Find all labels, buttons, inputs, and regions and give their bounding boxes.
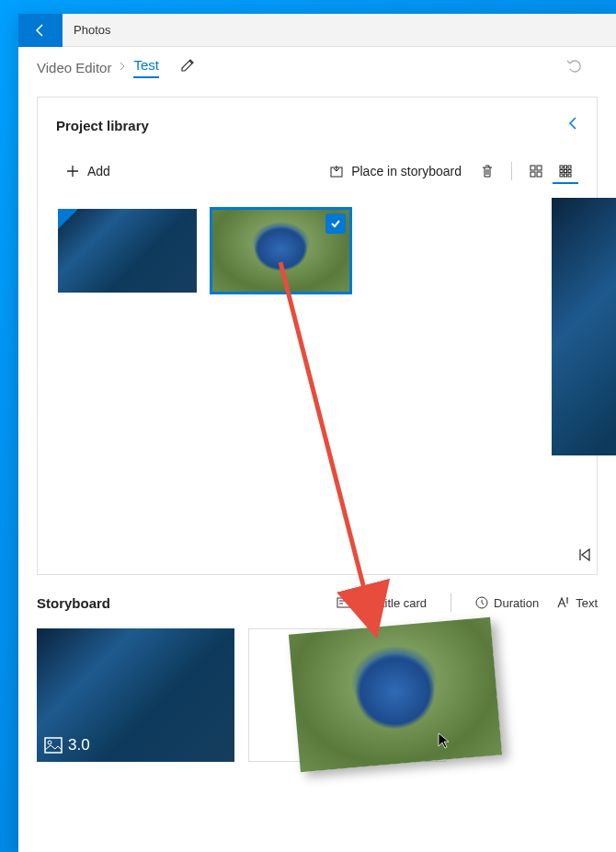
svg-rect-12 [565, 174, 567, 177]
library-header: Project library [56, 116, 578, 135]
skip-previous-icon [576, 547, 593, 562]
duration-label: Duration [494, 596, 539, 610]
library-item-bird[interactable] [210, 207, 352, 294]
library-toolbar: Add Place in storyboard [56, 158, 578, 184]
back-button[interactable] [18, 14, 63, 47]
svg-rect-1 [530, 166, 535, 170]
clock-icon [475, 596, 488, 609]
trash-icon [480, 164, 495, 178]
cursor-icon [437, 731, 451, 754]
sb-divider-1 [451, 593, 451, 612]
chevron-left-icon [567, 116, 578, 131]
grid-2x2-icon [529, 164, 543, 178]
gaming-thumbnail-image [58, 209, 197, 293]
undo-icon [565, 56, 584, 75]
svg-rect-6 [565, 166, 567, 168]
title-card-label: Add title card [357, 596, 427, 610]
svg-rect-10 [568, 170, 571, 173]
selected-check-badge [325, 213, 346, 234]
svg-rect-2 [537, 166, 542, 170]
add-button[interactable]: Add [56, 158, 120, 184]
svg-rect-14 [337, 598, 350, 607]
preview-previous-button[interactable] [576, 547, 593, 566]
text-button[interactable]: Text [555, 593, 598, 612]
pencil-icon [180, 58, 195, 73]
check-icon [329, 217, 342, 230]
add-label: Add [87, 164, 110, 178]
breadcrumb-parent[interactable]: Video Editor [37, 60, 111, 75]
drag-ghost-image [289, 617, 502, 773]
undo-button[interactable] [565, 56, 598, 78]
project-library-panel: Project library Add Place in storyboard [37, 97, 598, 575]
library-title: Project library [56, 118, 149, 133]
chevron-right-icon [119, 61, 126, 74]
delete-button[interactable] [474, 158, 500, 184]
library-item-gaming[interactable] [56, 207, 199, 294]
breadcrumb: Video Editor Test [18, 47, 616, 78]
clip-duration-value: 3.0 [68, 736, 90, 754]
svg-rect-7 [568, 166, 571, 168]
library-thumbnails [56, 207, 578, 294]
svg-rect-4 [537, 172, 542, 177]
svg-rect-8 [560, 170, 563, 173]
svg-rect-13 [568, 174, 571, 177]
watermark: wsxdn.com [565, 838, 610, 848]
title-card-icon [337, 596, 351, 609]
clip-duration-label: 3.0 [44, 736, 90, 754]
preview-image [552, 198, 616, 455]
title-bar: Photos [18, 14, 616, 47]
preview-panel [552, 198, 616, 455]
plus-icon [65, 164, 80, 178]
svg-rect-3 [530, 172, 535, 177]
place-icon [329, 164, 344, 178]
title-card-button[interactable]: Add title card [337, 593, 427, 612]
image-icon [44, 737, 63, 754]
grid-3x3-icon [558, 164, 573, 178]
storyboard-clip-1[interactable]: 3.0 [37, 628, 234, 762]
place-label: Place in storyboard [351, 164, 462, 178]
app-title: Photos [63, 23, 110, 37]
drag-ghost [289, 617, 502, 773]
breadcrumb-current[interactable]: Test [133, 57, 159, 78]
grid-small-button[interactable] [553, 158, 578, 184]
storyboard-header: Storyboard Add title card Duration Text [37, 593, 598, 612]
collapse-button[interactable] [567, 116, 578, 135]
svg-rect-16 [45, 738, 62, 753]
video-marker-icon [58, 209, 78, 229]
svg-point-17 [48, 741, 51, 744]
duration-button[interactable]: Duration [475, 593, 539, 612]
grid-large-button[interactable] [523, 158, 549, 184]
edit-name-button[interactable] [180, 58, 195, 76]
toolbar-divider [511, 162, 512, 180]
storyboard-title: Storyboard [37, 595, 110, 611]
svg-rect-11 [560, 174, 563, 177]
place-storyboard-button[interactable]: Place in storyboard [320, 158, 471, 184]
svg-rect-5 [560, 166, 563, 168]
text-label: Text [576, 596, 598, 610]
text-icon [555, 596, 570, 609]
arrow-left-icon [33, 23, 48, 38]
storyboard-toolbar: Add title card Duration Text [337, 593, 598, 612]
svg-rect-9 [565, 170, 567, 173]
